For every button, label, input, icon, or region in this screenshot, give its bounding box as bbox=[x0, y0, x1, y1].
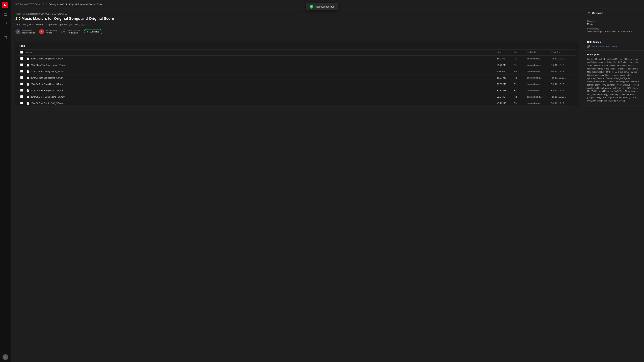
table-row[interactable]: 📄 204m05a Test Song Name_ST.wav 22.8 MB … bbox=[18, 94, 576, 100]
page-title: 2.0 Music Masters for Original Songs and… bbox=[16, 16, 579, 21]
sidebar-icon-calendar[interactable] bbox=[2, 34, 9, 41]
user-avatar-sidebar[interactable] bbox=[2, 354, 8, 360]
row-type: File bbox=[514, 89, 527, 92]
file-icon: 📄 bbox=[26, 89, 29, 92]
panel-title: Overview bbox=[592, 11, 604, 14]
row-type: File bbox=[514, 57, 527, 60]
submitted-label: Submitted bbox=[90, 30, 100, 33]
row-added-on: Feb 10, 12:12 ... bbox=[550, 83, 574, 85]
overview-icon bbox=[587, 11, 590, 15]
table-row[interactable]: 📄 204m06 End Credits S02_ST.wav 45.79 MB… bbox=[18, 100, 576, 106]
requested-label: Requested by bbox=[46, 29, 57, 31]
assigned-label: Assigned to bbox=[22, 29, 35, 31]
requested-by-item[interactable]: N Requested by Netflix bbox=[39, 29, 57, 34]
row-checkbox-5[interactable] bbox=[20, 89, 23, 92]
file-icon: 📄 bbox=[26, 83, 29, 86]
svg-rect-8 bbox=[63, 31, 65, 33]
row-name-cell: 📄 204m06 End Credits S02_ST.wav bbox=[26, 102, 497, 105]
row-checkbox-4[interactable] bbox=[20, 83, 23, 85]
breadcrumb-parent[interactable]: NPS Training TEST: Season 2 bbox=[15, 3, 44, 5]
row-checkbox-7[interactable] bbox=[20, 102, 23, 104]
row-name-cell: 📄 204m02ab Test Song Name_ST.wav bbox=[26, 64, 497, 66]
table-row[interactable]: 📄 204m05 Test Song Name_ST.wav 33.37 MB … bbox=[18, 87, 576, 94]
header-name[interactable]: Name ⇅ bbox=[26, 51, 497, 54]
file-table-header: Name ⇅ Size Type Added By Added On bbox=[18, 50, 576, 56]
assigned-avatar: NA bbox=[16, 29, 20, 34]
assigned-to-item[interactable]: NA Assigned to Not Assigned bbox=[16, 29, 35, 34]
row-size: 15.97 MB bbox=[497, 76, 514, 79]
row-size: 56.7 MB bbox=[497, 57, 514, 60]
expected-date-label: Expected Date bbox=[68, 29, 80, 31]
row-added-on: Feb 10, 12:12 ... bbox=[550, 89, 574, 92]
row-size: 9.81 MB bbox=[497, 70, 514, 73]
breadcrumb-current: Delivery to Netflix for Original Songs a… bbox=[49, 3, 102, 5]
content-area: Music - asset.subcategory.COMPOSER_DELIV… bbox=[11, 9, 644, 362]
select-all-checkbox[interactable] bbox=[20, 51, 23, 54]
submitted-badge[interactable]: Submitted bbox=[84, 29, 102, 34]
row-checkbox-cell bbox=[20, 83, 26, 86]
status-bar: NA Assigned to Not Assigned N Requested … bbox=[16, 29, 579, 37]
requested-text: Requested by Netflix bbox=[46, 29, 57, 34]
more-options-button[interactable]: ··· bbox=[574, 29, 579, 34]
row-checkbox-2[interactable] bbox=[20, 70, 23, 72]
row-name-cell: 📄 204m04 Test Song Name_ST.wav bbox=[26, 83, 497, 86]
row-added-on: Feb 10, 12:12 ... bbox=[550, 102, 574, 105]
requested-avatar: N bbox=[39, 29, 44, 34]
main-area: NPS Training TEST: Season 2 / Delivery t… bbox=[11, 0, 644, 362]
row-added-by: contenthubka... bbox=[527, 96, 550, 98]
help-link[interactable]: 🔗 Netflix Partner Help Center bbox=[587, 45, 641, 48]
description-section: Description Individual 2-track Stereo Mu… bbox=[584, 51, 644, 106]
table-row[interactable]: 📄 204m04 Test Song Name_ST.wav 23.03 MB … bbox=[18, 81, 576, 87]
row-added-on: Feb 10, 12:12 ... bbox=[550, 57, 574, 60]
info-icon[interactable]: i bbox=[82, 23, 84, 26]
row-added-on: Feb 10, 12:12 ... bbox=[550, 76, 574, 79]
expected-date-value: Add a date bbox=[68, 31, 80, 34]
row-checkbox-3[interactable] bbox=[20, 76, 23, 79]
row-name-cell: 📄 204m02b Test Song Name_ST.wav bbox=[26, 70, 497, 73]
calendar-icon bbox=[61, 29, 66, 34]
expected-date-item[interactable]: Expected Date Add a date bbox=[61, 29, 80, 34]
row-added-by: contenthubka... bbox=[527, 70, 550, 73]
row-size: 23.03 MB bbox=[497, 83, 514, 85]
toast-notification: ✓ Request submitted bbox=[306, 3, 338, 10]
row-checkbox-0[interactable] bbox=[20, 57, 23, 60]
row-type: File bbox=[514, 83, 527, 85]
subcategory-value: asset.subcategory.COMPOSER_DELIVERABLES bbox=[587, 30, 641, 33]
table-row[interactable]: 📄 204m01 Test Song Name_ST.wav 56.7 MB F… bbox=[18, 56, 576, 62]
table-row[interactable]: 📄 204m03 Test Song Name_ST.wav 15.97 MB … bbox=[18, 75, 576, 81]
row-checkbox-6[interactable] bbox=[20, 95, 23, 98]
row-added-by: contenthubka... bbox=[527, 102, 550, 105]
sidebar-icon-tv[interactable] bbox=[2, 11, 9, 18]
row-checkbox-cell bbox=[20, 57, 26, 60]
row-size: 22.8 MB bbox=[497, 96, 514, 98]
table-row[interactable]: 📄 204m02ab Test Song Name_ST.wav 55.78 M… bbox=[18, 62, 576, 68]
panel-category-section: Category Music Sub category asset.subcat… bbox=[584, 17, 644, 38]
sort-icon: ⇅ bbox=[33, 51, 34, 54]
toast-message: Request submitted bbox=[315, 5, 334, 8]
file-icon: 📄 bbox=[26, 57, 29, 60]
row-checkbox-cell bbox=[20, 70, 26, 73]
category-field: Category Music bbox=[587, 20, 641, 25]
row-added-on: Feb 10, 12:12 ... bbox=[550, 96, 574, 98]
row-checkbox-1[interactable] bbox=[20, 63, 23, 66]
assigned-value: Not Assigned bbox=[22, 31, 35, 34]
row-name: 204m01 Test Song Name_ST.wav bbox=[30, 57, 64, 60]
sidebar-icon-folder[interactable] bbox=[2, 19, 9, 26]
file-rows-container: 📄 204m01 Test Song Name_ST.wav 56.7 MB F… bbox=[18, 56, 576, 106]
assigned-text: Assigned to Not Assigned bbox=[22, 29, 35, 34]
row-name-cell: 📄 204m03 Test Song Name_ST.wav bbox=[26, 76, 497, 79]
row-name: 204m05a Test Song Name_ST.wav bbox=[30, 96, 64, 98]
row-type: File bbox=[514, 102, 527, 105]
table-row[interactable]: 📄 204m02b Test Song Name_ST.wav 9.81 MB … bbox=[18, 68, 576, 75]
row-added-by: contenthubka... bbox=[527, 57, 550, 60]
row-checkbox-cell bbox=[20, 89, 26, 92]
show-name: NPS Training TEST: Season 2 bbox=[16, 23, 44, 26]
row-added-by: contenthubka... bbox=[527, 89, 550, 92]
netflix-logo[interactable]: N bbox=[2, 2, 8, 8]
file-icon: 📄 bbox=[26, 76, 29, 79]
header-size: Size bbox=[497, 51, 514, 54]
row-name-cell: 📄 204m05 Test Song Name_ST.wav bbox=[26, 89, 497, 92]
right-panel: Overview Category Music Sub category ass… bbox=[584, 9, 644, 362]
episode-name: Episode 4: Episode 3 (81579183) bbox=[48, 23, 80, 26]
episode-info: NPS Training TEST: Season 2 | Episode 4:… bbox=[16, 23, 579, 26]
